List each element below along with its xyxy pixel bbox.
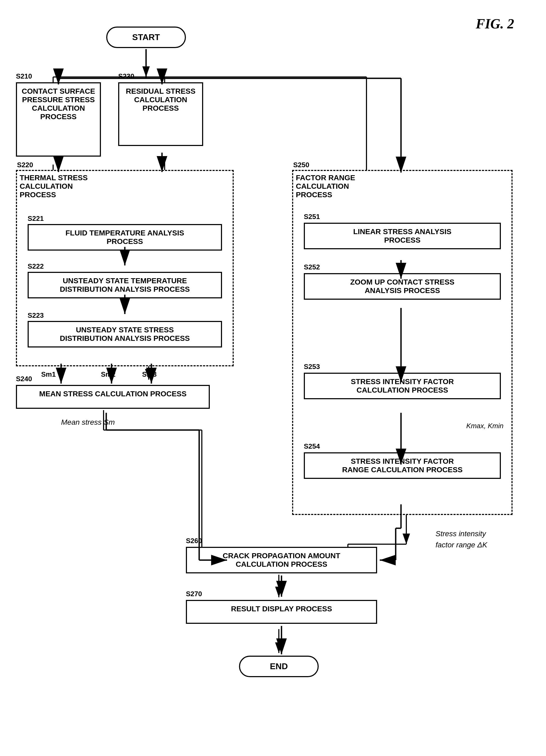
s230-text: RESIDUAL STRESSCALCULATIONPROCESS [126, 87, 195, 112]
end-terminal: END [239, 656, 319, 677]
s260-text: CRACK PROPAGATION AMOUNTCALCULATION PROC… [223, 552, 341, 568]
s221-container: S221 FLUID TEMPERATURE ANALYSISPROCESS [28, 224, 222, 251]
s230-label: S230 [118, 72, 134, 80]
s240-text: MEAN STRESS CALCULATION PROCESS [39, 390, 187, 398]
s260-box: CRACK PROPAGATION AMOUNTCALCULATION PROC… [186, 547, 377, 573]
s221-box: FLUID TEMPERATURE ANALYSISPROCESS [28, 224, 222, 251]
s270-text: RESULT DISPLAY PROCESS [231, 605, 332, 613]
s254-text: STRESS INTENSITY FACTORRANGE CALCULATION… [342, 457, 463, 474]
figure-label: FIG. 2 [476, 16, 514, 32]
s210-label: S210 [16, 72, 32, 80]
s253-label: S253 [304, 363, 320, 371]
s230-box: RESIDUAL STRESSCALCULATIONPROCESS [118, 82, 203, 146]
s270-container: S270 RESULT DISPLAY PROCESS [186, 600, 377, 624]
s230-container: S230 RESIDUAL STRESSCALCULATIONPROCESS [118, 82, 203, 146]
s222-text: UNSTEADY STATE TEMPERATUREDISTRIBUTION A… [60, 277, 190, 293]
s221-text: FLUID TEMPERATURE ANALYSISPROCESS [66, 229, 184, 246]
s254-box: STRESS INTENSITY FACTORRANGE CALCULATION… [304, 452, 501, 479]
s210-text: CONTACT SURFACEPRESSURE STRESSCALCULATIO… [22, 87, 95, 121]
s240-box: MEAN STRESS CALCULATION PROCESS [16, 385, 210, 409]
s250-label: S250 [293, 161, 310, 169]
mean-stress-label: Mean stress Sm [61, 418, 115, 427]
s223-text: UNSTEADY STATE STRESSDISTRIBUTION ANALYS… [60, 326, 190, 342]
s223-container: S223 UNSTEADY STATE STRESSDISTRIBUTION A… [28, 321, 222, 347]
kmax-kmin-label: Kmax, Kmin [466, 422, 504, 430]
s210-box: CONTACT SURFACEPRESSURE STRESSCALCULATIO… [16, 82, 101, 157]
s254-container: S254 STRESS INTENSITY FACTORRANGE CALCUL… [304, 452, 501, 479]
s253-text: STRESS INTENSITY FACTORCALCULATION PROCE… [351, 377, 454, 394]
s223-box: UNSTEADY STATE STRESSDISTRIBUTION ANALYS… [28, 321, 222, 347]
s250-dashed-box: S250 FACTOR RANGECALCULATIONPROCESS S251… [292, 170, 513, 515]
s253-container: S253 STRESS INTENSITY FACTORCALCULATION … [304, 373, 501, 399]
s251-text: LINEAR STRESS ANALYSISPROCESS [353, 227, 452, 244]
s254-label: S254 [304, 442, 320, 450]
s270-box: RESULT DISPLAY PROCESS [186, 600, 377, 624]
page: FIG. 2 [0, 0, 546, 756]
s252-label: S252 [304, 263, 320, 271]
s251-container: S251 LINEAR STRESS ANALYSISPROCESS [304, 223, 501, 249]
s252-box: ZOOM UP CONTACT STRESSANALYSIS PROCESS [304, 273, 501, 300]
s251-box: LINEAR STRESS ANALYSISPROCESS [304, 223, 501, 249]
s252-text: ZOOM UP CONTACT STRESSANALYSIS PROCESS [350, 278, 455, 295]
s270-label: S270 [186, 590, 202, 598]
sm2-label: Sm2 [101, 370, 115, 379]
s223-label: S223 [28, 311, 44, 320]
s221-label: S221 [28, 214, 44, 223]
start-terminal: START [106, 27, 186, 48]
sm1-label: Sm1 [41, 370, 56, 379]
s222-container: S222 UNSTEADY STATE TEMPERATUREDISTRIBUT… [28, 272, 222, 298]
s222-label: S222 [28, 262, 44, 270]
s240-label: S240 [16, 375, 32, 383]
s210-label-container: S210 CONTACT SURFACEPRESSURE STRESSCALCU… [16, 82, 101, 157]
s240-container: S240 MEAN STRESS CALCULATION PROCESS [16, 385, 210, 409]
sm3-label: Sm3 [142, 370, 157, 379]
s252-container: S252 ZOOM UP CONTACT STRESSANALYSIS PROC… [304, 273, 501, 300]
s220-dashed-box: S220 THERMAL STRESSCALCULATIONPROCESS S2… [16, 170, 234, 366]
s260-label: S260 [186, 537, 202, 545]
stress-factor-range-label: Stress intensityfactor range ΔK [436, 528, 487, 551]
s253-box: STRESS INTENSITY FACTORCALCULATION PROCE… [304, 373, 501, 399]
s251-label: S251 [304, 213, 320, 221]
s220-title: THERMAL STRESSCALCULATIONPROCESS [20, 174, 88, 199]
s220-label: S220 [17, 161, 33, 169]
s250-title: FACTOR RANGECALCULATIONPROCESS [296, 174, 355, 199]
s222-box: UNSTEADY STATE TEMPERATUREDISTRIBUTION A… [28, 272, 222, 298]
s260-container: S260 CRACK PROPAGATION AMOUNTCALCULATION… [186, 547, 377, 573]
